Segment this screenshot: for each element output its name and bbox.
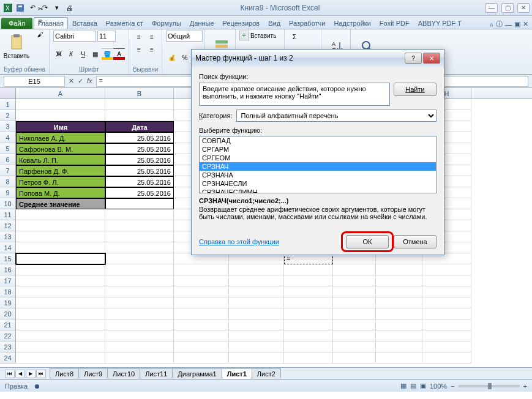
cell[interactable]: Коваль Л. П. bbox=[16, 154, 105, 165]
percent-icon[interactable]: % bbox=[179, 51, 191, 64]
align-top-icon[interactable]: ≡ bbox=[133, 31, 145, 43]
cell[interactable] bbox=[105, 99, 174, 110]
cell[interactable] bbox=[333, 264, 376, 275]
macro-record-icon[interactable]: ⏺ bbox=[34, 382, 40, 390]
sheet-tab-Лист10[interactable]: Лист10 bbox=[107, 368, 140, 379]
ok-button[interactable]: ОК bbox=[346, 235, 389, 248]
underline-button[interactable]: Ч bbox=[77, 48, 89, 61]
cell[interactable] bbox=[16, 209, 105, 220]
cell[interactable] bbox=[174, 264, 229, 275]
row-header-6[interactable]: 6 bbox=[0, 154, 16, 165]
row-header-19[interactable]: 19 bbox=[0, 297, 16, 308]
cell[interactable]: Николаев А. Д. bbox=[16, 132, 105, 143]
sheet-tab-Лист9[interactable]: Лист9 bbox=[78, 368, 108, 379]
cell[interactable] bbox=[284, 275, 333, 286]
view-layout-icon[interactable]: ▤ bbox=[410, 382, 416, 390]
cell[interactable] bbox=[105, 220, 174, 231]
cell[interactable] bbox=[229, 297, 284, 308]
cell[interactable] bbox=[376, 319, 422, 330]
cell[interactable] bbox=[284, 264, 333, 275]
tab-разметка ст[interactable]: Разметка ст bbox=[102, 17, 148, 29]
cell[interactable] bbox=[422, 297, 471, 308]
search-function-input[interactable]: Введите краткое описание действия, котор… bbox=[199, 83, 390, 106]
row-header-24[interactable]: 24 bbox=[0, 352, 16, 364]
align-middle-icon[interactable]: ≡ bbox=[146, 31, 158, 43]
cell[interactable] bbox=[376, 286, 422, 297]
row-header-10[interactable]: 10 bbox=[0, 198, 16, 209]
cell[interactable] bbox=[333, 341, 376, 352]
cell[interactable] bbox=[376, 330, 422, 341]
row-header-1[interactable]: 1 bbox=[0, 99, 16, 110]
accept-formula-icon[interactable]: ✓ bbox=[78, 77, 83, 85]
cell[interactable] bbox=[16, 330, 105, 341]
cell[interactable] bbox=[174, 352, 229, 364]
cell[interactable] bbox=[422, 275, 471, 286]
cell[interactable] bbox=[284, 308, 333, 319]
col-header-B[interactable]: B bbox=[105, 88, 174, 99]
cell[interactable] bbox=[229, 275, 284, 286]
cell[interactable] bbox=[16, 319, 105, 330]
tab-формулы[interactable]: Формулы bbox=[148, 17, 185, 29]
find-button[interactable]: Найти bbox=[394, 83, 436, 96]
function-item[interactable]: СРЗНАЧЕСЛИ bbox=[200, 179, 436, 188]
cell[interactable] bbox=[16, 275, 105, 286]
autosum-icon[interactable]: Σ bbox=[288, 31, 301, 43]
cell[interactable] bbox=[16, 341, 105, 352]
cell[interactable] bbox=[229, 352, 284, 364]
cell[interactable]: Парфенов Д. Ф. bbox=[16, 165, 105, 176]
tab-вставка[interactable]: Вставка bbox=[68, 17, 102, 29]
tab-данные[interactable]: Данные bbox=[185, 17, 219, 29]
cell[interactable] bbox=[174, 297, 229, 308]
cell[interactable] bbox=[105, 341, 174, 352]
function-item[interactable]: СРГАРМ bbox=[200, 145, 436, 154]
row-header-3[interactable]: 3 bbox=[0, 121, 16, 132]
row-header-21[interactable]: 21 bbox=[0, 319, 16, 330]
cell[interactable] bbox=[422, 264, 471, 275]
qat-more-icon[interactable]: ▾ bbox=[51, 2, 62, 13]
cell[interactable] bbox=[229, 264, 284, 275]
row-header-12[interactable]: 12 bbox=[0, 220, 16, 231]
dialog-close-button[interactable]: ✕ bbox=[423, 53, 440, 64]
minimize-button[interactable]: — bbox=[485, 3, 498, 13]
cell[interactable]: Сафронова В. М. bbox=[16, 143, 105, 154]
align-center-icon[interactable]: ≡ bbox=[146, 43, 158, 56]
doc-minimize-icon[interactable]: — bbox=[505, 21, 512, 28]
select-all-corner[interactable] bbox=[0, 88, 16, 99]
cell[interactable]: Имя bbox=[16, 121, 105, 132]
row-header-9[interactable]: 9 bbox=[0, 187, 16, 198]
cell[interactable]: 25.05.2016 bbox=[105, 143, 174, 154]
cell[interactable] bbox=[284, 297, 333, 308]
cell[interactable] bbox=[229, 286, 284, 297]
cell[interactable] bbox=[422, 330, 471, 341]
cancel-button[interactable]: Отмена bbox=[394, 235, 436, 248]
cell[interactable]: Петров Ф. Л. bbox=[16, 176, 105, 187]
cell[interactable] bbox=[376, 275, 422, 286]
cell[interactable] bbox=[105, 198, 174, 209]
cell[interactable] bbox=[105, 352, 174, 364]
cell[interactable] bbox=[284, 330, 333, 341]
cell[interactable] bbox=[333, 297, 376, 308]
cell[interactable] bbox=[16, 253, 105, 264]
cell[interactable] bbox=[105, 231, 174, 242]
copy-icon[interactable]: ⎘ bbox=[34, 15, 47, 28]
cell[interactable]: 25.05.2016 bbox=[105, 165, 174, 176]
cancel-formula-icon[interactable]: ✕ bbox=[69, 77, 74, 85]
cell[interactable] bbox=[105, 110, 174, 121]
cell[interactable] bbox=[422, 319, 471, 330]
currency-icon[interactable]: 💰 bbox=[166, 51, 178, 64]
function-item[interactable]: СРЗНАЧА bbox=[200, 171, 436, 179]
cell[interactable] bbox=[284, 352, 333, 364]
cell[interactable] bbox=[16, 264, 105, 275]
cell[interactable] bbox=[16, 110, 105, 121]
cell[interactable] bbox=[105, 209, 174, 220]
function-item[interactable]: СРЗНАЧ bbox=[200, 162, 436, 171]
cell[interactable] bbox=[229, 319, 284, 330]
border-button[interactable]: ▦ bbox=[89, 48, 101, 61]
view-pagebreak-icon[interactable]: ▣ bbox=[420, 382, 426, 390]
help-icon[interactable]: ⓘ bbox=[496, 20, 503, 29]
cell[interactable] bbox=[376, 264, 422, 275]
cell[interactable] bbox=[105, 319, 174, 330]
cell[interactable] bbox=[174, 319, 229, 330]
number-format-select[interactable] bbox=[166, 31, 203, 42]
cell[interactable] bbox=[16, 352, 105, 364]
